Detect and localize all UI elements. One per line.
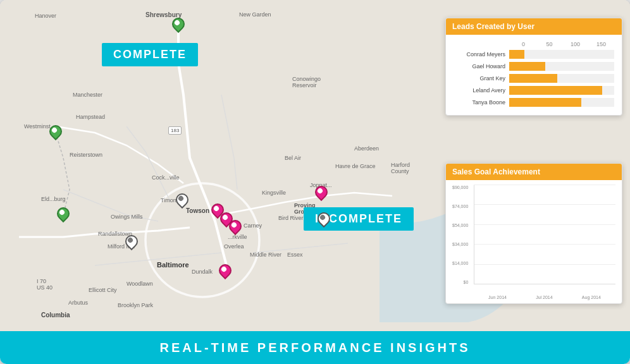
sales-y-label-1: $74,000 bbox=[452, 204, 468, 209]
city-label-reisterstown: Reisterstown bbox=[70, 152, 102, 158]
pin-shrewsbury[interactable] bbox=[172, 18, 185, 34]
pin-randallstown[interactable] bbox=[125, 235, 138, 252]
pin-parkville[interactable] bbox=[229, 220, 242, 236]
pin-cockeysville[interactable] bbox=[176, 193, 188, 210]
city-label-carney: Carney bbox=[244, 222, 262, 229]
pin-westminster[interactable] bbox=[49, 125, 62, 142]
leads-name-2: Grant Key bbox=[454, 75, 509, 82]
complete-label: COMPLETE bbox=[102, 43, 198, 66]
leads-name-1: Gael Howard bbox=[454, 63, 509, 70]
city-label-towson: Towson bbox=[186, 207, 209, 214]
main-container: Shrewsbury Hanover Manchester Hampstead … bbox=[0, 0, 630, 364]
leads-axis-50: 50 bbox=[536, 41, 562, 47]
sales-x-label-1: Jul 2014 bbox=[536, 295, 552, 300]
pin-baltimore[interactable] bbox=[219, 264, 232, 281]
city-label-owingsmills: Owings Mills bbox=[111, 214, 143, 220]
city-label-birdriver: Bird River bbox=[278, 215, 304, 221]
sales-y-label-5: $0 bbox=[452, 280, 468, 284]
leads-row-0: Conrad Meyers bbox=[454, 50, 614, 59]
pin-incomplete-area[interactable] bbox=[318, 212, 330, 229]
sales-x-label-2: Aug 2014 bbox=[582, 295, 601, 300]
leads-bar-track-1 bbox=[509, 62, 614, 71]
city-label-brooklynpark: Brooklyn Park bbox=[118, 302, 153, 308]
sales-chart-title: Sales Goal Achievement bbox=[446, 164, 622, 180]
leads-bar-track-4 bbox=[509, 98, 614, 107]
leads-bar-4 bbox=[509, 98, 581, 107]
leads-axis-150: 150 bbox=[588, 41, 614, 47]
city-label-baltimore: Baltimore bbox=[157, 261, 189, 269]
city-label-arbutus: Arbutus bbox=[68, 300, 88, 306]
footer-text: REAL-TIME PERFORMANCE INSIGHTS bbox=[159, 341, 470, 355]
city-label-i170: I 70US 40 bbox=[37, 278, 52, 291]
leads-bar-track-3 bbox=[509, 86, 614, 95]
pin-eldersburg[interactable] bbox=[57, 207, 70, 224]
leads-bar-track-0 bbox=[509, 50, 614, 59]
city-label-aberdeen: Aberdeen bbox=[354, 145, 379, 152]
leads-bar-1 bbox=[509, 62, 545, 71]
leads-row-1: Gael Howard bbox=[454, 62, 614, 71]
city-label-middleriver: Middle River bbox=[250, 252, 281, 258]
city-label-kingsville: Kingsville bbox=[262, 190, 286, 196]
city-label-columbia: Columbia bbox=[41, 312, 70, 318]
city-label-ellicottcity: Ellicott City bbox=[89, 287, 117, 293]
sales-x-labels: Jun 2014Jul 2014Aug 2014 bbox=[474, 295, 615, 300]
city-label-hanover: Hanover bbox=[35, 13, 56, 19]
sales-bars-area bbox=[474, 185, 615, 284]
leads-name-4: Tanya Boone bbox=[454, 99, 509, 106]
leads-bar-2 bbox=[509, 74, 557, 83]
city-label-hampstead: Hampstead bbox=[76, 114, 105, 120]
leads-axis-labels: 0 50 100 150 bbox=[510, 41, 614, 47]
sales-y-label-0: $90,000 bbox=[452, 185, 468, 190]
city-label-essex: Essex bbox=[287, 252, 303, 258]
city-label-woodlawn: Woodlawn bbox=[127, 281, 153, 287]
leads-row-4: Tanya Boone bbox=[454, 98, 614, 107]
leads-axis-0: 0 bbox=[510, 41, 536, 47]
sales-y-label-4: $14,000 bbox=[452, 261, 468, 265]
leads-bar-3 bbox=[509, 86, 602, 95]
city-label-conowingo: ConowingoReservoir bbox=[292, 76, 321, 88]
leads-bar-0 bbox=[509, 50, 524, 59]
city-label-manchester: Manchester bbox=[73, 92, 102, 98]
leads-bar-track-2 bbox=[509, 74, 614, 83]
city-label-overlea: Overlea bbox=[224, 243, 244, 250]
pin-joppatowne[interactable] bbox=[315, 186, 328, 202]
sales-chart-panel: Sales Goal Achievement $90,000$74,000$54… bbox=[445, 163, 622, 304]
leads-chart-title: Leads Created by User bbox=[446, 18, 622, 35]
city-label-havre: Havre de Grace bbox=[335, 163, 376, 169]
city-label-newgarden: New Garden bbox=[239, 11, 271, 18]
leads-chart-body: 0 50 100 150 Conrad MeyersGael HowardGra… bbox=[446, 35, 622, 115]
sales-y-label-3: $34,000 bbox=[452, 242, 468, 246]
sales-x-label-0: Jun 2014 bbox=[488, 295, 507, 300]
city-label-belair: Bel Air bbox=[285, 155, 301, 161]
sales-y-axis: $90,000$74,000$54,000$34,000$14,000$0 bbox=[452, 185, 468, 284]
city-label-cockeysville: Cock...ville bbox=[152, 174, 180, 181]
leads-row-2: Grant Key bbox=[454, 74, 614, 83]
city-label-eldersburg: Eld...burg bbox=[41, 196, 66, 202]
sales-y-label-2: $54,000 bbox=[452, 223, 468, 228]
leads-row-3: Leland Avery bbox=[454, 86, 614, 95]
leads-name-0: Conrad Meyers bbox=[454, 51, 509, 58]
leads-name-3: Leland Avery bbox=[454, 87, 509, 94]
leads-rows: Conrad MeyersGael HowardGrant KeyLeland … bbox=[454, 50, 614, 107]
leads-chart-panel: Leads Created by User 0 50 100 150 Conra… bbox=[445, 18, 622, 116]
map-area: Shrewsbury Hanover Manchester Hampstead … bbox=[0, 0, 630, 331]
city-label-dundalk: Dundalk bbox=[192, 269, 213, 275]
sales-chart-body: $90,000$74,000$54,000$34,000$14,000$0 Ju… bbox=[446, 180, 622, 303]
bottom-bar: REAL-TIME PERFORMANCE INSIGHTS bbox=[0, 331, 630, 364]
city-label-harfordcounty: HarfordCounty bbox=[391, 162, 410, 174]
leads-axis-100: 100 bbox=[562, 41, 588, 47]
highway-label-183: 183 bbox=[168, 126, 182, 135]
